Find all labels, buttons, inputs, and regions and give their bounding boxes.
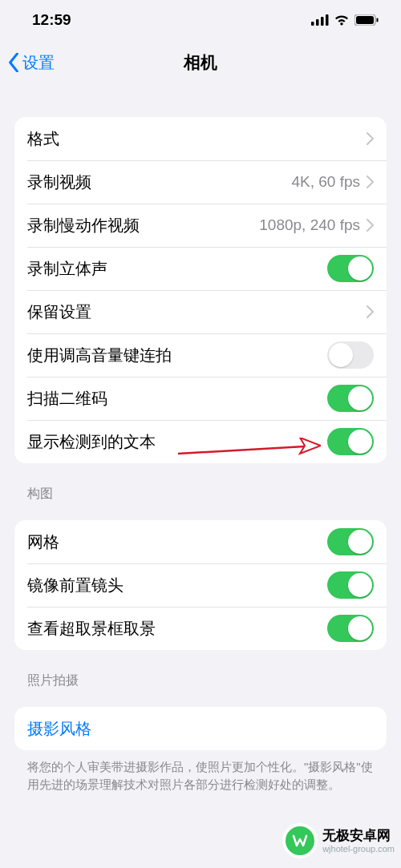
- row-detail: 4K, 60 fps: [291, 173, 360, 191]
- row-grid: 网格: [14, 520, 387, 563]
- row-volume-burst: 使用调高音量键连拍: [14, 333, 387, 377]
- back-label: 设置: [22, 52, 55, 74]
- row-label: 格式: [27, 128, 367, 150]
- status-time: 12:59: [32, 11, 71, 29]
- chevron-left-icon: [8, 53, 19, 72]
- section-header-photo-capture: 照片拍摄: [14, 650, 387, 696]
- row-label: 查看超取景框取景: [27, 618, 327, 640]
- settings-group-main: 格式 录制视频 4K, 60 fps 录制慢动作视频 1080p, 240 fp…: [14, 117, 387, 463]
- toggle-scan-qr[interactable]: [327, 385, 374, 412]
- watermark-logo-icon: [282, 823, 318, 858]
- svg-rect-2: [321, 17, 324, 26]
- row-preserve-settings[interactable]: 保留设置: [14, 290, 387, 333]
- row-photo-styles[interactable]: 摄影风格: [14, 707, 387, 750]
- toggle-grid[interactable]: [327, 528, 374, 555]
- chevron-right-icon: [367, 305, 374, 318]
- svg-rect-6: [377, 18, 379, 22]
- toggle-view-outside-frame[interactable]: [327, 615, 374, 642]
- navigation-bar: 设置 相机: [0, 40, 401, 85]
- svg-rect-5: [356, 16, 374, 24]
- battery-icon: [354, 14, 379, 26]
- svg-rect-3: [326, 14, 329, 26]
- svg-rect-0: [311, 22, 314, 26]
- toggle-stereo[interactable]: [327, 255, 374, 282]
- row-detail: 1080p, 240 fps: [259, 216, 360, 234]
- toggle-show-detected-text[interactable]: [327, 428, 374, 455]
- chevron-right-icon: [367, 176, 374, 188]
- row-label: 保留设置: [27, 301, 367, 323]
- row-record-stereo: 录制立体声: [14, 247, 387, 290]
- chevron-right-icon: [367, 219, 374, 232]
- wifi-icon: [334, 14, 350, 26]
- row-label: 录制立体声: [27, 258, 327, 280]
- cellular-icon: [311, 14, 329, 26]
- section-footer-photo-capture: 将您的个人审美带进摄影作品，使照片更加个性化。"摄影风格"使用先进的场景理解技术…: [14, 750, 387, 793]
- watermark-brand: 无极安卓网: [322, 828, 395, 844]
- row-label: 录制视频: [27, 172, 291, 193]
- settings-group-composition: 网格 镜像前置镜头 查看超取景框取景: [14, 520, 387, 650]
- watermark-url: wjhotel-group.com: [322, 844, 395, 854]
- svg-rect-1: [316, 19, 319, 26]
- toggle-mirror-front[interactable]: [327, 571, 374, 599]
- row-show-detected-text: 显示检测到的文本: [14, 420, 387, 463]
- row-label: 摄影风格: [27, 718, 374, 740]
- settings-group-photo-capture: 摄影风格: [14, 707, 387, 750]
- toggle-volume-burst[interactable]: [327, 341, 374, 369]
- status-bar: 12:59: [0, 0, 401, 40]
- row-view-outside-frame: 查看超取景框取景: [14, 607, 387, 650]
- row-label: 镜像前置镜头: [27, 575, 327, 596]
- page-title: 相机: [0, 51, 401, 74]
- section-header-composition: 构图: [14, 463, 387, 509]
- row-scan-qr: 扫描二维码: [14, 377, 387, 420]
- watermark: 无极安卓网 wjhotel-group.com: [282, 823, 395, 858]
- row-mirror-front: 镜像前置镜头: [14, 563, 387, 607]
- row-formats[interactable]: 格式: [14, 117, 387, 160]
- row-label: 网格: [27, 531, 327, 553]
- row-label: 显示检测到的文本: [27, 431, 327, 453]
- row-label: 使用调高音量键连拍: [27, 345, 327, 366]
- row-label: 扫描二维码: [27, 388, 327, 410]
- row-record-slomo[interactable]: 录制慢动作视频 1080p, 240 fps: [14, 204, 387, 247]
- row-record-video[interactable]: 录制视频 4K, 60 fps: [14, 160, 387, 204]
- row-label: 录制慢动作视频: [27, 215, 259, 236]
- back-button[interactable]: 设置: [8, 52, 55, 74]
- status-indicators: [311, 14, 379, 26]
- chevron-right-icon: [367, 132, 374, 145]
